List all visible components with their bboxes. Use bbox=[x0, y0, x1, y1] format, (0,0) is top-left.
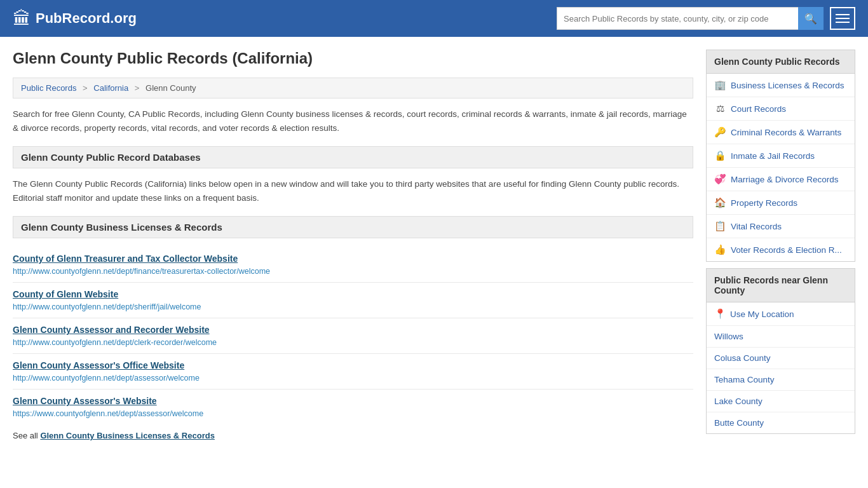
nearby-location-link[interactable]: Willows bbox=[714, 332, 743, 341]
header-right: 🔍 bbox=[557, 7, 855, 30]
see-all-container: See all Glenn County Business Licenses &… bbox=[13, 431, 693, 440]
sidebar: Glenn County Public Records 🏢 Business L… bbox=[706, 50, 855, 440]
breadcrumb: Public Records > California > Glenn Coun… bbox=[13, 78, 693, 98]
sidebar-nearby-section: Public Records near Glenn County 📍 Use M… bbox=[706, 268, 855, 434]
sidebar-record-label: Marriage & Divorce Records bbox=[731, 175, 839, 184]
search-input[interactable] bbox=[557, 7, 798, 30]
sidebar-nearby-heading: Public Records near Glenn County bbox=[706, 268, 855, 302]
sidebar-record-icon: 👍 bbox=[714, 244, 726, 255]
sidebar-public-records-section: Glenn County Public Records 🏢 Business L… bbox=[706, 50, 855, 262]
sidebar-record-item[interactable]: ⚖ Court Records bbox=[707, 97, 855, 121]
logo-icon: 🏛 bbox=[13, 8, 31, 29]
content-area: Glenn County Public Records (California)… bbox=[13, 50, 693, 440]
sidebar-nearby-item[interactable]: Tehama County bbox=[707, 369, 855, 391]
nearby-location-link[interactable]: Colusa County bbox=[714, 353, 771, 363]
menu-line-2 bbox=[836, 18, 850, 19]
sidebar-record-item[interactable]: 🔑 Criminal Records & Warrants bbox=[707, 121, 855, 144]
sidebar-record-label: Business Licenses & Records bbox=[731, 81, 844, 90]
sidebar-record-item[interactable]: 📋 Vital Records bbox=[707, 215, 855, 238]
main-container: Glenn County Public Records (California)… bbox=[0, 37, 868, 453]
sidebar-record-item[interactable]: 💞 Marriage & Divorce Records bbox=[707, 168, 855, 191]
record-url[interactable]: https://www.countyofglenn.net/dept/asses… bbox=[13, 409, 203, 418]
sidebar-record-label: Criminal Records & Warrants bbox=[731, 128, 841, 137]
sidebar-record-icon: 📋 bbox=[714, 220, 726, 232]
record-title[interactable]: Glenn County Assessor's Website bbox=[13, 396, 693, 406]
page-title: Glenn County Public Records (California) bbox=[13, 50, 693, 67]
sidebar-record-label: Property Records bbox=[731, 198, 797, 208]
record-url[interactable]: http://www.countyofglenn.net/dept/clerk-… bbox=[13, 338, 217, 347]
use-location-label: Use My Location bbox=[730, 309, 794, 319]
menu-line-1 bbox=[836, 14, 850, 15]
record-entry: Glenn County Assessor's Website https://… bbox=[13, 390, 693, 424]
nearby-location-link[interactable]: Butte County bbox=[714, 418, 764, 428]
nearby-location-link[interactable]: Tehama County bbox=[714, 375, 775, 384]
sidebar-record-item[interactable]: 👍 Voter Records & Election R... bbox=[707, 238, 855, 261]
sidebar-nearby-list: 📍 Use My Location WillowsColusa CountyTe… bbox=[706, 302, 855, 434]
search-icon: 🔍 bbox=[804, 13, 817, 25]
page-description: Search for free Glenn County, CA Public … bbox=[13, 107, 693, 135]
breadcrumb-sep-2: > bbox=[135, 83, 140, 93]
sidebar-record-label: Court Records bbox=[731, 104, 786, 114]
record-url[interactable]: http://www.countyofglenn.net/dept/financ… bbox=[13, 267, 270, 276]
business-records-list: County of Glenn Treasurer and Tax Collec… bbox=[13, 247, 693, 424]
menu-button[interactable] bbox=[830, 7, 855, 30]
site-header: 🏛 PubRecord.org 🔍 bbox=[0, 0, 868, 37]
nearby-location-link[interactable]: Lake County bbox=[714, 396, 763, 406]
record-entry: County of Glenn Treasurer and Tax Collec… bbox=[13, 247, 693, 283]
sidebar-record-icon: 🏢 bbox=[714, 79, 726, 91]
logo-area[interactable]: 🏛 PubRecord.org bbox=[13, 8, 137, 29]
search-container: 🔍 bbox=[557, 7, 824, 30]
sidebar-record-icon: 🏠 bbox=[714, 197, 726, 208]
record-url[interactable]: http://www.countyofglenn.net/dept/sherif… bbox=[13, 302, 201, 311]
breadcrumb-link-public-records[interactable]: Public Records bbox=[21, 83, 76, 93]
sidebar-public-records-heading: Glenn County Public Records bbox=[706, 50, 855, 74]
sidebar-record-label: Inmate & Jail Records bbox=[731, 151, 815, 161]
record-title[interactable]: Glenn County Assessor's Office Website bbox=[13, 360, 693, 370]
sidebar-record-label: Vital Records bbox=[731, 222, 782, 231]
record-title[interactable]: County of Glenn Website bbox=[13, 289, 693, 299]
sidebar-record-item[interactable]: 🔒 Inmate & Jail Records bbox=[707, 144, 855, 168]
record-entry: Glenn County Assessor and Recorder Websi… bbox=[13, 318, 693, 354]
logo-text: PubRecord.org bbox=[36, 10, 137, 27]
record-title[interactable]: Glenn County Assessor and Recorder Websi… bbox=[13, 325, 693, 335]
sidebar-nearby-item[interactable]: Willows bbox=[707, 326, 855, 348]
sidebar-record-item[interactable]: 🏠 Property Records bbox=[707, 191, 855, 215]
see-all-prefix: See all bbox=[13, 431, 40, 440]
sidebar-record-icon: ⚖ bbox=[714, 103, 726, 114]
sidebar-record-item[interactable]: 🏢 Business Licenses & Records bbox=[707, 74, 855, 97]
sidebar-public-records-list: 🏢 Business Licenses & Records ⚖ Court Re… bbox=[706, 74, 855, 262]
sidebar-nearby-item[interactable]: Butte County bbox=[707, 412, 855, 433]
location-icon: 📍 bbox=[714, 308, 726, 320]
record-url[interactable]: http://www.countyofglenn.net/dept/assess… bbox=[13, 374, 200, 383]
record-title[interactable]: County of Glenn Treasurer and Tax Collec… bbox=[13, 254, 693, 264]
sidebar-record-icon: 🔒 bbox=[714, 150, 726, 161]
business-section-header: Glenn County Business Licenses & Records bbox=[13, 216, 693, 238]
record-entry: County of Glenn Website http://www.count… bbox=[13, 283, 693, 318]
menu-line-3 bbox=[836, 22, 850, 23]
see-all-link[interactable]: Glenn County Business Licenses & Records bbox=[40, 431, 215, 440]
sidebar-record-label: Voter Records & Election R... bbox=[731, 245, 842, 255]
breadcrumb-current: Glenn County bbox=[146, 83, 196, 93]
sidebar-record-icon: 💞 bbox=[714, 173, 726, 185]
databases-section-header: Glenn County Public Record Databases bbox=[13, 146, 693, 168]
breadcrumb-link-california[interactable]: California bbox=[93, 83, 128, 93]
sidebar-nearby-item[interactable]: Lake County bbox=[707, 391, 855, 412]
sidebar-use-location[interactable]: 📍 Use My Location bbox=[707, 302, 855, 326]
databases-body-text: The Glenn County Public Records (Califor… bbox=[13, 177, 693, 205]
search-button[interactable]: 🔍 bbox=[798, 7, 824, 30]
sidebar-record-icon: 🔑 bbox=[714, 126, 726, 138]
sidebar-nearby-item[interactable]: Colusa County bbox=[707, 348, 855, 369]
breadcrumb-sep-1: > bbox=[83, 83, 88, 93]
record-entry: Glenn County Assessor's Office Website h… bbox=[13, 354, 693, 390]
